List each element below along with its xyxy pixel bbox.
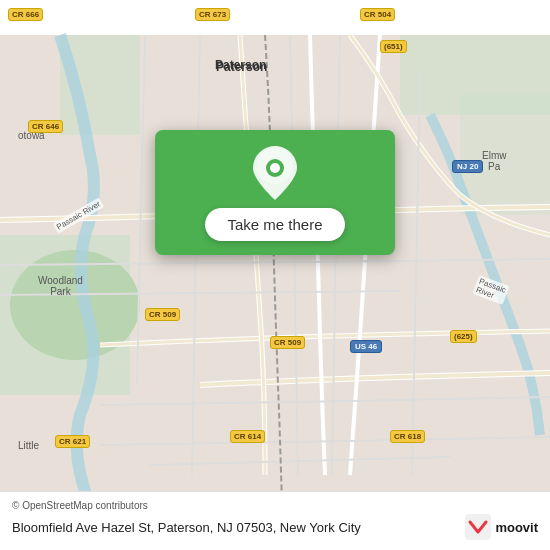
moovit-logo-icon bbox=[465, 514, 491, 540]
us46-badge: US 46 bbox=[350, 340, 382, 353]
address-text: Bloomfield Ave Hazel St, Paterson, NJ 07… bbox=[12, 520, 361, 535]
cr646-badge: CR 646 bbox=[28, 120, 63, 133]
location-card: Take me there bbox=[155, 130, 395, 255]
cr504-badge: CR 504 bbox=[360, 8, 395, 21]
moovit-logo: moovit bbox=[465, 514, 538, 540]
cr509b-badge: CR 509 bbox=[270, 336, 305, 349]
cr621-badge: CR 621 bbox=[55, 435, 90, 448]
cr651-badge: (651) bbox=[380, 40, 407, 53]
map-attribution: © OpenStreetMap contributors bbox=[12, 500, 538, 511]
cr509a-badge: CR 509 bbox=[145, 308, 180, 321]
nj20-badge: NJ 20 bbox=[452, 160, 483, 173]
cr625-badge: (625) bbox=[450, 330, 477, 343]
bottom-bar: © OpenStreetMap contributors Bloomfield … bbox=[0, 491, 550, 550]
svg-rect-11 bbox=[465, 514, 491, 540]
svg-point-10 bbox=[270, 163, 280, 173]
map-pin-icon bbox=[253, 146, 297, 200]
moovit-text: moovit bbox=[495, 520, 538, 535]
cr618-badge: CR 618 bbox=[390, 430, 425, 443]
cr666-badge: CR 666 bbox=[8, 8, 43, 21]
take-me-there-button[interactable]: Take me there bbox=[205, 208, 344, 241]
map-container: Paterson WoodlandPark otowa ElmwPa Littl… bbox=[0, 0, 550, 550]
attribution-text: © OpenStreetMap contributors bbox=[12, 500, 148, 511]
cr614-badge: CR 614 bbox=[230, 430, 265, 443]
cr673-badge: CR 673 bbox=[195, 8, 230, 21]
map-background bbox=[0, 0, 550, 550]
svg-rect-5 bbox=[460, 95, 550, 215]
